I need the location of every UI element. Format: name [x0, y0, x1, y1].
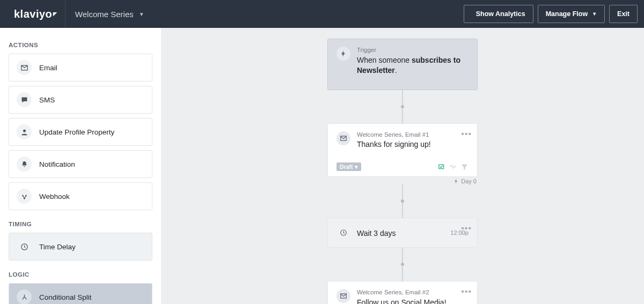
card-menu-icon[interactable]: •••: [461, 129, 472, 139]
trigger-label: Trigger: [357, 47, 469, 54]
trigger-text: When someone subscribes to Newsletter.: [357, 55, 469, 76]
wait-text: Wait 3 days: [357, 228, 396, 239]
brand-mark: ◤: [52, 11, 57, 17]
action-notification[interactable]: Notification: [9, 150, 152, 178]
checkmark-icon[interactable]: [438, 163, 446, 171]
action-update-profile[interactable]: Update Profile Property: [9, 118, 152, 146]
action-email[interactable]: Email: [9, 54, 152, 81]
flow-canvas[interactable]: Trigger When someone subscribes to Newsl…: [161, 28, 644, 304]
email-icon: [336, 289, 350, 303]
action-sms[interactable]: SMS: [9, 86, 152, 114]
filter-icon[interactable]: [460, 163, 469, 171]
brand-logo: klaviyo◤: [6, 0, 65, 28]
manage-flow-button[interactable]: Manage Flow ▼: [538, 5, 605, 23]
sms-icon: [17, 92, 32, 107]
split-icon: [17, 290, 32, 304]
flow-name: Welcome Series: [75, 10, 134, 19]
status-badge[interactable]: Draft ▾: [336, 162, 361, 171]
email-card-2[interactable]: ••• Welcome Series, Email #2 Follow us o…: [327, 281, 478, 304]
app-header: klaviyo◤ Welcome Series ▼ Show Analytics…: [0, 0, 644, 28]
trigger-card[interactable]: Trigger When someone subscribes to Newsl…: [327, 39, 478, 90]
flow-title-dropdown[interactable]: Welcome Series ▼: [65, 10, 154, 19]
email-card-1[interactable]: ••• Welcome Series, Email #1 Thanks for …: [327, 123, 478, 177]
action-webhook[interactable]: Webhook: [9, 182, 152, 210]
clock-icon: [17, 239, 32, 254]
email-icon: [17, 60, 32, 75]
email1-title: Thanks for signing up!: [357, 139, 431, 150]
webhook-icon: [17, 189, 32, 204]
email1-day: Day 0: [453, 178, 477, 184]
brand-name: klaviyo: [14, 8, 52, 20]
svg-point-3: [23, 129, 26, 132]
group-label-actions: ACTIONS: [9, 42, 152, 48]
person-icon: [17, 124, 32, 139]
email1-meta: Welcome Series, Email #1: [357, 131, 431, 139]
logic-conditional-split[interactable]: Conditional Split: [9, 283, 152, 304]
group-label-timing: TIMING: [9, 221, 152, 227]
clock-icon: [336, 226, 350, 240]
actions-sidebar: ACTIONS Email SMS Update Profile Propert…: [0, 28, 161, 304]
wait-card[interactable]: ••• Wait 3 days 12:00p: [327, 218, 478, 248]
activity-icon[interactable]: [449, 163, 457, 171]
show-analytics-button[interactable]: Show Analytics: [464, 5, 533, 23]
email-icon: [336, 131, 350, 145]
email2-title: Follow us on Social Media!: [357, 298, 447, 304]
group-label-logic: LOGIC: [9, 271, 152, 278]
timing-time-delay[interactable]: Time Delay: [9, 233, 152, 261]
lightning-icon: [336, 47, 350, 61]
chevron-down-icon: ▼: [139, 11, 144, 17]
bell-icon: [17, 157, 32, 172]
chevron-down-icon: ▼: [592, 11, 597, 17]
card-menu-icon[interactable]: •••: [461, 287, 472, 296]
email2-meta: Welcome Series, Email #2: [357, 289, 447, 296]
card-menu-icon[interactable]: •••: [461, 224, 472, 233]
exit-button[interactable]: Exit: [609, 5, 638, 23]
